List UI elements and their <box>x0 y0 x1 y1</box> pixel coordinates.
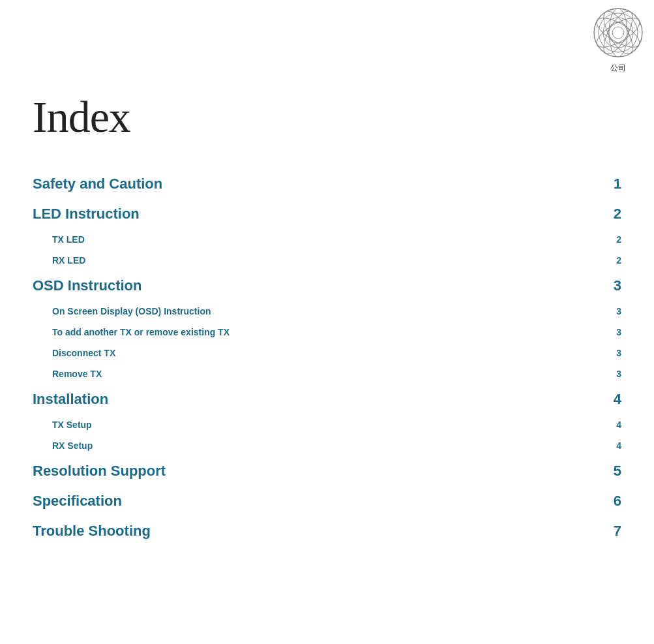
toc-dots-rx-setup <box>98 448 611 449</box>
toc-label-resolution: Resolution Support <box>33 463 166 480</box>
toc-page-resolution: 5 <box>614 463 621 480</box>
toc-label-osd-sub1: On Screen Display (OSD) Instruction <box>33 306 211 316</box>
toc-label-osd-sub2: To add another TX or remove existing TX <box>33 327 230 337</box>
toc-item-tx-led[interactable]: TX LED 2 <box>33 229 621 250</box>
toc-item-rx-led[interactable]: RX LED 2 <box>33 250 621 271</box>
toc-page-rx-led: 2 <box>616 255 621 266</box>
toc-label-tx-setup: TX Setup <box>33 420 92 430</box>
toc-page-tx-setup: 4 <box>616 420 621 430</box>
toc-dots-led <box>145 218 608 219</box>
logo-icon <box>592 7 644 59</box>
toc-page-osd-sub2: 3 <box>616 327 621 337</box>
toc-page-tx-led: 2 <box>616 234 621 245</box>
toc-item-led[interactable]: LED Instruction 2 <box>33 199 621 229</box>
toc-item-installation[interactable]: Installation 4 <box>33 384 621 414</box>
toc-dots-tx-led <box>90 242 611 243</box>
toc-item-trouble[interactable]: Trouble Shooting 7 <box>33 516 621 546</box>
toc-dots-resolution <box>171 475 608 476</box>
toc-label-specification: Specification <box>33 493 122 510</box>
toc-label-rx-led: RX LED <box>33 255 85 266</box>
toc-label-led: LED Instruction <box>33 206 140 222</box>
toc-dots-osd-sub2 <box>235 335 611 335</box>
toc-dots-trouble <box>156 535 608 536</box>
toc-item-specification[interactable]: Specification 6 <box>33 486 621 516</box>
toc-container: Safety and Caution 1 LED Instruction 2 T… <box>33 169 621 546</box>
toc-item-osd-sub2[interactable]: To add another TX or remove existing TX … <box>33 322 621 343</box>
toc-item-tx-setup[interactable]: TX Setup 4 <box>33 414 621 435</box>
toc-label-safety: Safety and Caution <box>33 176 162 192</box>
toc-item-safety[interactable]: Safety and Caution 1 <box>33 169 621 199</box>
logo-label: 公司 <box>592 63 644 74</box>
toc-dots-rx-led <box>91 263 611 264</box>
toc-dots-osd-sub1 <box>216 314 612 314</box>
toc-dots-osd-sub4 <box>107 376 611 377</box>
toc-item-osd-sub3[interactable]: Disconnect TX 3 <box>33 343 621 363</box>
toc-label-trouble: Trouble Shooting <box>33 523 151 540</box>
toc-item-osd-sub1[interactable]: On Screen Display (OSD) Instruction 3 <box>33 301 621 322</box>
toc-dots-installation <box>113 403 608 404</box>
svg-point-3 <box>608 22 629 43</box>
toc-item-osd[interactable]: OSD Instruction 3 <box>33 271 621 301</box>
svg-point-4 <box>612 27 624 38</box>
toc-item-osd-sub4[interactable]: Remove TX 3 <box>33 363 621 384</box>
toc-page-led: 2 <box>614 206 621 222</box>
toc-label-rx-setup: RX Setup <box>33 440 93 451</box>
toc-dots-safety <box>168 188 608 189</box>
logo-area: 公司 <box>592 7 644 74</box>
toc-page-osd: 3 <box>614 277 621 294</box>
toc-page-osd-sub1: 3 <box>616 306 621 316</box>
toc-label-osd-sub4: Remove TX <box>33 369 102 379</box>
page-title: Index <box>33 91 621 143</box>
toc-page-rx-setup: 4 <box>616 440 621 451</box>
toc-label-tx-led: TX LED <box>33 234 85 245</box>
svg-point-0 <box>594 8 642 57</box>
toc-item-rx-setup[interactable]: RX Setup 4 <box>33 435 621 456</box>
main-content: Index Safety and Caution 1 LED Instructi… <box>0 0 654 585</box>
svg-point-1 <box>599 13 638 52</box>
svg-point-7 <box>609 8 627 57</box>
toc-dots-tx-setup <box>97 427 612 428</box>
toc-label-osd: OSD Instruction <box>33 277 141 294</box>
toc-label-osd-sub3: Disconnect TX <box>33 348 115 358</box>
toc-page-installation: 4 <box>614 391 621 408</box>
toc-dots-osd <box>147 290 608 290</box>
toc-dots-specification <box>127 505 608 506</box>
toc-page-osd-sub4: 3 <box>616 369 621 379</box>
toc-dots-osd-sub3 <box>121 356 611 356</box>
toc-label-installation: Installation <box>33 391 108 408</box>
toc-page-trouble: 7 <box>614 523 621 540</box>
toc-page-osd-sub3: 3 <box>616 348 621 358</box>
toc-page-safety: 1 <box>614 176 621 192</box>
toc-page-specification: 6 <box>614 493 621 510</box>
toc-item-resolution[interactable]: Resolution Support 5 <box>33 456 621 486</box>
